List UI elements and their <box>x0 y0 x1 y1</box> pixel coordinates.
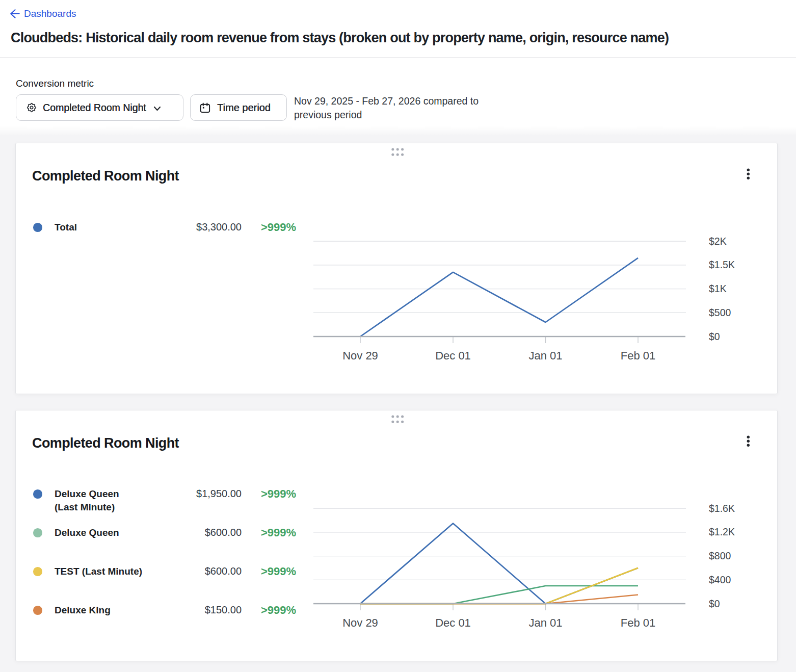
svg-text:$800: $800 <box>709 550 731 561</box>
svg-text:$400: $400 <box>709 574 731 585</box>
svg-text:Nov 29: Nov 29 <box>342 349 378 362</box>
svg-text:Dec 01: Dec 01 <box>435 616 471 629</box>
svg-text:$2K: $2K <box>709 236 727 247</box>
svg-text:$1.5K: $1.5K <box>709 259 735 270</box>
svg-text:Dec 01: Dec 01 <box>435 349 471 362</box>
svg-text:$1.2K: $1.2K <box>709 526 735 537</box>
svg-text:$0: $0 <box>709 331 720 342</box>
svg-text:$0: $0 <box>709 598 720 609</box>
svg-text:Feb 01: Feb 01 <box>621 616 656 629</box>
svg-text:$1.6K: $1.6K <box>709 503 735 514</box>
svg-text:Nov 29: Nov 29 <box>342 616 378 629</box>
svg-text:$500: $500 <box>709 307 731 318</box>
svg-text:Jan 01: Jan 01 <box>528 616 562 629</box>
svg-text:$1K: $1K <box>709 283 727 294</box>
svg-text:Feb 01: Feb 01 <box>621 349 656 362</box>
svg-text:Jan 01: Jan 01 <box>528 349 562 362</box>
